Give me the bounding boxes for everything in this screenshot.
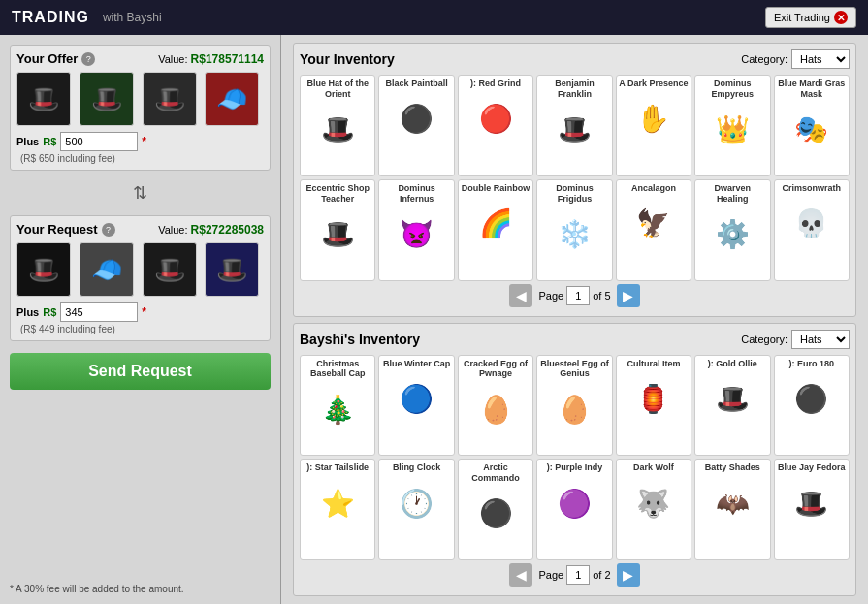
your-inv-item-5[interactable]: Dominus Empyreus 👑 bbox=[694, 75, 770, 176]
bayshi-inv-item-11[interactable]: Dark Wolf 🐺 bbox=[616, 459, 691, 560]
bayshi-inv-item-name-10: ): Purple Indy bbox=[547, 462, 603, 473]
bayshi-inv-item-name-1: Blue Winter Cap bbox=[383, 359, 450, 369]
your-inventory-grid: Blue Hat of the Orient 🎩 Black Paintball… bbox=[300, 75, 850, 281]
bayshi-inv-item-2[interactable]: Cracked Egg of Pwnage 🥚 bbox=[458, 355, 533, 457]
offer-plus-input[interactable] bbox=[60, 132, 138, 151]
your-inv-item-name-9: Double Rainbow bbox=[462, 183, 530, 194]
offer-item-2[interactable]: 🎩 bbox=[80, 72, 134, 126]
bayshi-inv-item-name-8: Bling Clock bbox=[393, 462, 441, 473]
offer-item-1[interactable]: 🎩 bbox=[16, 72, 71, 126]
send-request-button[interactable]: Send Request bbox=[10, 353, 271, 390]
your-inv-item-name-0: Blue Hat of the Orient bbox=[303, 79, 372, 100]
bayshi-category-select[interactable]: Hats Gear Faces bbox=[791, 330, 850, 349]
bayshi-inv-prev-button[interactable]: ◀ bbox=[509, 563, 532, 587]
request-item-4[interactable]: 🎩 bbox=[205, 242, 259, 297]
bayshi-inv-item-3[interactable]: Bluesteel Egg of Genius 🥚 bbox=[536, 355, 612, 457]
your-inv-item-name-2: ): Red Grind bbox=[470, 79, 521, 89]
fee-footnote: * A 30% fee will be added to the amount. bbox=[10, 584, 271, 594]
your-inv-item-8[interactable]: Dominus Infernus 👿 bbox=[378, 179, 454, 281]
exit-trading-button[interactable]: Exit Trading ✕ bbox=[765, 7, 856, 28]
bayshi-inv-item-img-0: 🎄 bbox=[309, 381, 366, 437]
request-fee-note: (R$ 449 including fee) bbox=[20, 324, 264, 334]
your-inv-page-total: 5 bbox=[604, 290, 610, 302]
your-inv-item-name-11: Ancalagon bbox=[631, 183, 676, 194]
bayshi-inv-item-img-8: 🕐 bbox=[389, 475, 445, 531]
your-inv-item-name-3: Benjamin Franklin bbox=[539, 79, 609, 100]
bayshi-inv-item-img-3: 🥚 bbox=[546, 381, 602, 437]
bayshi-inv-item-name-13: Blue Jay Fedora bbox=[778, 462, 846, 473]
main-layout: Your Offer ? Value: R$178571114 🎩 🎩 🎩 bbox=[0, 35, 868, 604]
your-inv-page-input[interactable] bbox=[566, 286, 590, 305]
your-inv-item-12[interactable]: Dwarven Healing ⚙️ bbox=[694, 179, 770, 281]
bayshi-inv-item-5[interactable]: ): Gold Ollie 🎩 bbox=[694, 355, 770, 457]
your-inv-item-img-0: 🎩 bbox=[309, 102, 366, 158]
your-inv-item-0[interactable]: Blue Hat of the Orient 🎩 bbox=[300, 75, 375, 176]
your-inv-item-img-11: 🦅 bbox=[626, 196, 682, 252]
request-item-2[interactable]: 🧢 bbox=[80, 242, 134, 297]
your-inv-item-name-12: Dwarven Healing bbox=[697, 183, 767, 205]
bayshi-inv-item-13[interactable]: Blue Jay Fedora 🎩 bbox=[774, 459, 850, 560]
offer-item-4[interactable]: 🧢 bbox=[205, 72, 259, 126]
request-help-icon[interactable]: ? bbox=[102, 223, 115, 237]
bayshi-inv-page-total: 2 bbox=[604, 569, 610, 581]
request-value: Value: R$272285038 bbox=[158, 223, 264, 237]
your-inv-item-name-8: Dominus Infernus bbox=[381, 183, 451, 205]
bayshi-inv-item-name-5: ): Gold Ollie bbox=[708, 359, 757, 369]
bayshi-inv-next-button[interactable]: ▶ bbox=[617, 563, 640, 587]
bayshi-inv-item-img-2: 🥚 bbox=[467, 381, 524, 437]
your-inventory-header: Your Inventory Category: Hats Gear Faces bbox=[300, 49, 850, 69]
your-inv-item-img-9: 🌈 bbox=[467, 196, 524, 252]
bayshi-inv-item-6[interactable]: ): Euro 180 ⚫ bbox=[774, 355, 850, 457]
your-inv-item-1[interactable]: Black Paintball ⚫ bbox=[378, 75, 454, 176]
offer-value-num: R$178571114 bbox=[191, 52, 264, 66]
bayshi-inv-page-input[interactable] bbox=[566, 565, 590, 585]
bayshi-inventory-section: Bayshi's Inventory Category: Hats Gear F… bbox=[293, 323, 856, 597]
request-plus-row: Plus R$ * bbox=[16, 302, 264, 322]
offer-help-icon[interactable]: ? bbox=[81, 52, 95, 66]
request-item-3[interactable]: 🎩 bbox=[143, 242, 197, 297]
bayshi-inv-item-7[interactable]: ): Star Tailslide ⭐ bbox=[300, 459, 375, 560]
request-plus-input[interactable] bbox=[60, 302, 138, 322]
your-inv-item-img-7: 🎩 bbox=[309, 206, 366, 262]
bayshi-inv-item-img-11: 🐺 bbox=[626, 475, 682, 531]
bayshi-inv-item-img-12: 🦇 bbox=[704, 475, 760, 531]
bayshi-inv-item-8[interactable]: Bling Clock 🕐 bbox=[378, 459, 454, 560]
your-inv-prev-button[interactable]: ◀ bbox=[509, 284, 532, 307]
your-inv-item-9[interactable]: Double Rainbow 🌈 bbox=[458, 179, 533, 281]
bayshi-category-label: Category: bbox=[741, 334, 788, 345]
your-inv-item-13[interactable]: Crimsonwrath 💀 bbox=[774, 179, 850, 281]
bayshi-inv-item-img-13: 🎩 bbox=[784, 475, 840, 531]
left-panel: Your Offer ? Value: R$178571114 🎩 🎩 🎩 bbox=[0, 35, 281, 604]
request-item-1[interactable]: 🎩 bbox=[16, 242, 71, 297]
bayshi-inv-item-name-4: Cultural Item bbox=[627, 359, 680, 369]
request-header: Your Request ? Value: R$272285038 bbox=[16, 222, 264, 237]
your-category-select[interactable]: Hats Gear Faces bbox=[791, 49, 850, 69]
your-inv-item-3[interactable]: Benjamin Franklin 🎩 bbox=[536, 75, 612, 176]
your-inv-item-10[interactable]: Dominus Frigidus ❄️ bbox=[536, 179, 612, 281]
your-inv-item-name-13: Crimsonwrath bbox=[783, 183, 842, 194]
offer-items-grid: 🎩 🎩 🎩 🧢 bbox=[16, 72, 264, 126]
bayshi-inventory-category-row: Category: Hats Gear Faces bbox=[741, 330, 850, 349]
bayshi-inv-item-name-2: Cracked Egg of Pwnage bbox=[461, 359, 530, 380]
swap-arrows: ⇅ bbox=[10, 178, 271, 207]
bayshi-inv-item-0[interactable]: Christmas Baseball Cap 🎄 bbox=[300, 355, 375, 457]
close-icon: ✕ bbox=[834, 11, 848, 24]
your-inv-item-7[interactable]: Eccentric Shop Teacher 🎩 bbox=[300, 179, 375, 281]
your-inv-item-name-1: Black Paintball bbox=[386, 79, 448, 89]
your-inv-item-img-8: 👿 bbox=[389, 206, 445, 262]
request-title: Your Request bbox=[16, 222, 98, 237]
your-inv-next-button[interactable]: ▶ bbox=[617, 284, 640, 307]
your-inv-item-name-6: Blue Mardi Gras Mask bbox=[777, 79, 847, 100]
your-inv-item-2[interactable]: ): Red Grind 🔴 bbox=[458, 75, 533, 176]
bayshi-inv-item-12[interactable]: Batty Shades 🦇 bbox=[694, 459, 770, 560]
bayshi-inv-item-4[interactable]: Cultural Item 🏮 bbox=[616, 355, 691, 457]
your-inv-item-img-1: ⚫ bbox=[389, 91, 445, 147]
offer-item-3[interactable]: 🎩 bbox=[143, 72, 197, 126]
your-inv-item-11[interactable]: Ancalagon 🦅 bbox=[616, 179, 691, 281]
bayshi-inv-item-1[interactable]: Blue Winter Cap 🔵 bbox=[378, 355, 454, 457]
your-inv-item-img-2: 🔴 bbox=[467, 91, 524, 147]
your-inv-item-6[interactable]: Blue Mardi Gras Mask 🎭 bbox=[774, 75, 850, 176]
bayshi-inv-item-10[interactable]: ): Purple Indy 🟣 bbox=[536, 459, 612, 560]
bayshi-inv-item-9[interactable]: Arctic Commando ⚫ bbox=[458, 459, 533, 560]
your-inv-item-4[interactable]: A Dark Presence ✋ bbox=[616, 75, 691, 176]
